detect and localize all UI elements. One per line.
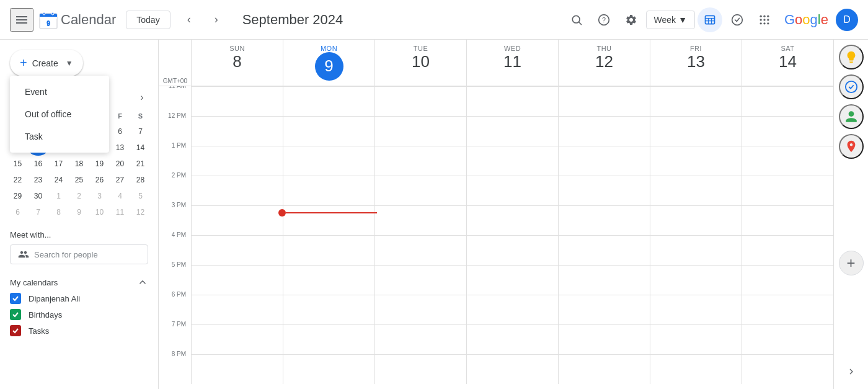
mini-cal-day[interactable]: 8 xyxy=(48,204,69,220)
time-cell[interactable] xyxy=(650,235,742,265)
time-cell[interactable] xyxy=(558,354,650,384)
time-cell[interactable] xyxy=(650,324,742,354)
mini-cal-day[interactable]: 7 xyxy=(130,123,151,140)
day-header-sat[interactable]: SAT 14 xyxy=(742,40,833,86)
create-task-item[interactable]: Task xyxy=(10,125,109,148)
mini-cal-day[interactable]: 26 xyxy=(89,172,110,188)
time-cell[interactable] xyxy=(374,116,466,146)
time-cell[interactable] xyxy=(191,116,283,146)
time-cell[interactable] xyxy=(466,86,558,116)
time-cell[interactable] xyxy=(283,176,374,205)
time-cell[interactable] xyxy=(191,265,283,295)
time-cell[interactable] xyxy=(742,176,833,205)
mini-cal-day[interactable]: 12 xyxy=(130,204,151,220)
time-cell[interactable] xyxy=(374,146,466,176)
time-cell[interactable] xyxy=(650,354,742,384)
mini-cal-day[interactable]: 28 xyxy=(130,172,151,188)
time-cell[interactable] xyxy=(283,235,374,265)
mini-cal-day[interactable]: 7 xyxy=(28,204,48,220)
time-cell[interactable] xyxy=(742,354,833,384)
time-cell[interactable] xyxy=(191,176,283,205)
time-cell[interactable] xyxy=(466,235,558,265)
search-button[interactable] xyxy=(564,7,589,32)
calendar-view-icon[interactable] xyxy=(698,7,722,32)
time-cell[interactable] xyxy=(191,324,283,354)
time-cell[interactable] xyxy=(650,146,742,176)
mini-cal-day[interactable]: 27 xyxy=(110,172,130,188)
time-cell[interactable] xyxy=(742,146,833,176)
prev-nav-button[interactable]: ‹ xyxy=(178,9,200,31)
tasks-sidebar-button[interactable] xyxy=(839,74,864,99)
time-cell[interactable] xyxy=(558,324,650,354)
time-cell[interactable] xyxy=(466,354,558,384)
apps-button[interactable] xyxy=(752,7,777,32)
mini-cal-day[interactable]: 18 xyxy=(69,156,89,172)
time-cell[interactable] xyxy=(466,295,558,324)
mini-cal-day[interactable]: 29 xyxy=(7,188,28,204)
time-cell[interactable] xyxy=(742,295,833,324)
mini-cal-next[interactable]: › xyxy=(133,89,151,106)
search-people-input[interactable]: Search for people xyxy=(10,244,148,264)
calendar-checkbox-dipanjenah[interactable] xyxy=(10,293,21,304)
time-cell[interactable] xyxy=(558,295,650,324)
next-nav-button[interactable]: › xyxy=(205,9,228,31)
time-cell[interactable] xyxy=(742,324,833,354)
mini-cal-day[interactable]: 1 xyxy=(48,188,69,204)
time-cell[interactable] xyxy=(191,146,283,176)
time-cell[interactable] xyxy=(466,116,558,146)
time-cell[interactable] xyxy=(742,205,833,235)
mini-cal-day[interactable]: 19 xyxy=(89,156,110,172)
time-cell[interactable] xyxy=(558,176,650,205)
mini-cal-day[interactable]: 14 xyxy=(130,140,151,156)
mini-cal-day[interactable]: 9 xyxy=(69,204,89,220)
mini-cal-day[interactable]: 30 xyxy=(28,188,48,204)
time-cell[interactable] xyxy=(191,205,283,235)
mini-cal-day[interactable]: 17 xyxy=(48,156,69,172)
settings-button[interactable] xyxy=(619,7,644,32)
mini-cal-day[interactable]: 15 xyxy=(7,156,28,172)
time-cell[interactable] xyxy=(558,235,650,265)
time-cell[interactable] xyxy=(283,146,374,176)
time-cell[interactable] xyxy=(650,86,742,116)
mini-cal-day[interactable]: 25 xyxy=(69,172,89,188)
time-cell[interactable] xyxy=(742,235,833,265)
time-cell[interactable] xyxy=(283,295,374,324)
calendar-item-birthdays[interactable]: Birthdays xyxy=(0,306,158,323)
time-cell[interactable] xyxy=(283,205,374,235)
calendar-checkbox-tasks[interactable] xyxy=(10,325,21,336)
time-cell[interactable] xyxy=(374,86,466,116)
day-header-wed[interactable]: WED 11 xyxy=(466,40,558,86)
time-cell[interactable] xyxy=(283,354,374,384)
time-cell[interactable] xyxy=(558,86,650,116)
mini-cal-day[interactable]: 21 xyxy=(130,156,151,172)
calendar-checkbox-birthdays[interactable] xyxy=(10,309,21,320)
time-cell[interactable] xyxy=(558,265,650,295)
time-cell[interactable] xyxy=(374,324,466,354)
time-cell[interactable] xyxy=(283,324,374,354)
mini-cal-day[interactable]: 11 xyxy=(110,204,130,220)
time-cell[interactable] xyxy=(650,176,742,205)
time-cell[interactable] xyxy=(558,205,650,235)
mini-cal-day[interactable]: 24 xyxy=(48,172,69,188)
time-cell[interactable] xyxy=(374,235,466,265)
time-cell[interactable] xyxy=(466,176,558,205)
contacts-button[interactable] xyxy=(839,104,864,129)
time-grid-wrapper[interactable]: 11 AM12 PM1 PM2 PM3 PM4 PM5 PM6 PM7 PM8 … xyxy=(159,86,833,389)
time-cell[interactable] xyxy=(374,295,466,324)
mini-cal-day[interactable]: 6 xyxy=(7,204,28,220)
create-out-of-office-item[interactable]: Out of office xyxy=(10,103,109,125)
day-header-sun[interactable]: SUN 8 xyxy=(191,40,283,86)
time-cell[interactable] xyxy=(191,86,283,116)
mini-cal-day[interactable]: 23 xyxy=(28,172,48,188)
mini-cal-day[interactable]: 10 xyxy=(89,204,110,220)
time-cell[interactable] xyxy=(466,265,558,295)
time-cell[interactable] xyxy=(650,265,742,295)
view-selector[interactable]: Week ▼ xyxy=(646,11,695,29)
time-cell[interactable] xyxy=(466,324,558,354)
time-cell[interactable] xyxy=(558,116,650,146)
time-cell[interactable] xyxy=(191,354,283,384)
mini-cal-day[interactable]: 22 xyxy=(7,172,28,188)
calendar-item-tasks[interactable]: Tasks xyxy=(0,323,158,339)
time-cell[interactable] xyxy=(742,116,833,146)
time-cell[interactable] xyxy=(191,235,283,265)
